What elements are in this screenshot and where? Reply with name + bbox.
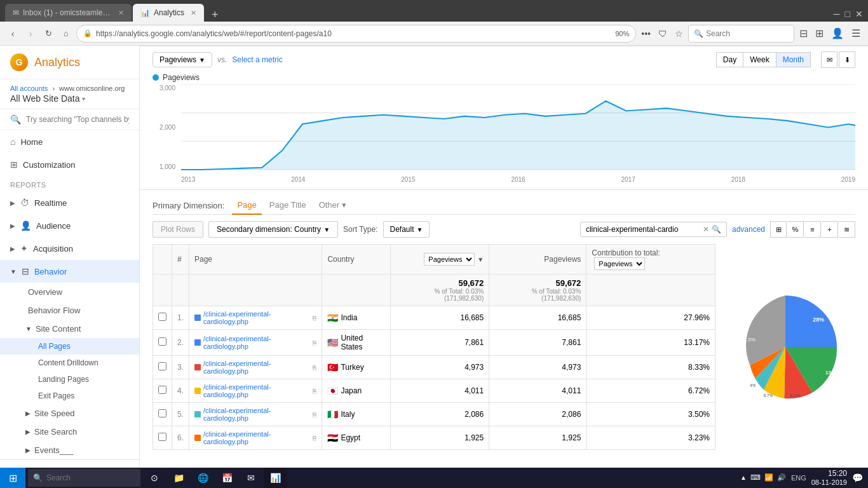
- row5-checkbox[interactable]: [158, 409, 166, 417]
- sidebar-item-realtime[interactable]: ▶ ⏱ Realtime: [0, 191, 139, 214]
- sidebar-subitem-site-speed[interactable]: ▶ Site Speed: [0, 404, 139, 423]
- browser-more-btn[interactable]: •••: [639, 29, 653, 39]
- sidebar-subitem-all-pages[interactable]: All Pages: [0, 338, 139, 355]
- day-button[interactable]: Day: [716, 52, 743, 67]
- row1-checkbox[interactable]: [158, 313, 166, 321]
- sidebar-subitem-site-search[interactable]: ▶ Site Search: [0, 423, 139, 441]
- month-button[interactable]: Month: [776, 52, 811, 67]
- pivot-view-btn[interactable]: +: [822, 221, 838, 238]
- taskbar-icon-browser[interactable]: 🌐: [191, 468, 214, 488]
- taskbar-notification-icon[interactable]: 💬: [852, 473, 863, 483]
- advanced-link[interactable]: advanced: [732, 225, 765, 234]
- url-bar[interactable]: 🔒 https://analytics.google.com/analytics…: [76, 25, 636, 43]
- reader-icon[interactable]: 🛡: [656, 29, 670, 39]
- back-button[interactable]: ‹: [5, 26, 20, 41]
- bookmarks-icon[interactable]: ⊟: [797, 27, 810, 39]
- tab-inbox[interactable]: ✉ Inbox (1) - omicsteamleads2@ ✕: [5, 4, 132, 22]
- property-selector[interactable]: All Web Site Data ▾: [10, 93, 129, 104]
- taskbar-search-input[interactable]: [46, 473, 135, 482]
- row4-checkbox[interactable]: [158, 386, 166, 394]
- dim-tab-page-title[interactable]: Page Title: [264, 196, 311, 215]
- sidebar-item-home[interactable]: ⌂ Home: [0, 130, 139, 153]
- contribution-select[interactable]: Pageviews: [594, 257, 645, 270]
- start-button[interactable]: ⊞: [0, 468, 25, 488]
- sidebar-subitem-content-drilldown[interactable]: Content Drilldown: [0, 355, 139, 371]
- ga-search-container[interactable]: 🔍: [0, 109, 139, 130]
- page-link-icon-2[interactable]: ⎘: [313, 339, 316, 346]
- page-link-1[interactable]: /clinical-experimental-cardiology.php: [203, 310, 310, 325]
- new-tab-button[interactable]: +: [208, 8, 222, 22]
- maximize-button[interactable]: □: [845, 9, 850, 19]
- all-accounts-link[interactable]: All accounts: [10, 85, 48, 92]
- percent-view-btn[interactable]: %: [787, 221, 804, 238]
- search-filter-clear-icon[interactable]: ✕: [703, 225, 709, 234]
- minimize-button[interactable]: ─: [834, 9, 840, 19]
- row2-checkbox[interactable]: [158, 337, 166, 346]
- ga-search-input[interactable]: [26, 115, 129, 124]
- sidebar-subitem-behavior-flow[interactable]: Behavior Flow: [0, 301, 139, 320]
- select-metric-link[interactable]: Select a metric: [232, 55, 282, 64]
- taskbar-icon-file[interactable]: 📁: [167, 468, 190, 488]
- taskbar-icon-excel[interactable]: 📊: [264, 468, 287, 488]
- download-chart-btn[interactable]: ⬇: [839, 51, 855, 68]
- browser-search-bar[interactable]: 🔍: [688, 25, 794, 43]
- plot-rows-btn[interactable]: Plot Rows: [153, 221, 203, 238]
- home-button[interactable]: ⌂: [58, 26, 74, 41]
- forward-button[interactable]: ›: [23, 26, 38, 41]
- page-link-6[interactable]: /clinical-experimental-cardiology.php: [203, 430, 310, 445]
- email-chart-btn[interactable]: ✉: [821, 51, 837, 68]
- page-link-4[interactable]: /clinical-experimental-cardiology.php: [203, 383, 310, 398]
- sort-type-btn[interactable]: Default ▼: [383, 221, 430, 238]
- sidebar-subitem-overview[interactable]: Overview: [0, 283, 139, 301]
- search-filter-input[interactable]: [586, 225, 700, 234]
- close-button[interactable]: ✕: [855, 9, 863, 19]
- taskbar-icon-cortana[interactable]: ⊙: [143, 468, 166, 488]
- sidebar-subitem-exit-pages[interactable]: Exit Pages: [0, 388, 139, 404]
- page-link-3[interactable]: /clinical-experimental-cardiology.php: [203, 360, 310, 375]
- search-filter-box[interactable]: ✕ 🔍: [580, 222, 727, 237]
- page-link-icon-3[interactable]: ⎘: [313, 364, 316, 371]
- extensions-icon[interactable]: ⊞: [813, 27, 826, 39]
- sidebar-subitem-events[interactable]: ▶ Events___: [0, 441, 139, 459]
- browser-search-input[interactable]: [706, 29, 789, 38]
- pageviews-metric-select[interactable]: Pageviews: [424, 253, 475, 266]
- col-page[interactable]: Page: [189, 245, 322, 274]
- tab-analytics[interactable]: 📊 Analytics ✕: [133, 4, 204, 22]
- bookmark-icon[interactable]: ☆: [672, 29, 686, 39]
- secondary-dimension-btn[interactable]: Secondary dimension: Country ▼: [208, 221, 338, 238]
- page-link-icon-6[interactable]: ⎘: [313, 435, 316, 442]
- sidebar-item-audience[interactable]: ▶ 👤 Audience: [0, 214, 139, 237]
- tab-analytics-close[interactable]: ✕: [191, 9, 196, 17]
- account-icon[interactable]: 👤: [829, 27, 846, 39]
- page-link-icon-1[interactable]: ⎘: [313, 315, 316, 322]
- sidebar-item-acquisition[interactable]: ▶ ✦ Acquisition: [0, 237, 139, 260]
- compare-view-btn[interactable]: ≡: [804, 221, 821, 238]
- sidebar-subitem-landing-pages[interactable]: Landing Pages: [0, 371, 139, 388]
- taskbar-icon-calendar[interactable]: 📅: [215, 468, 238, 488]
- grid-view-btn[interactable]: ⊞: [770, 221, 787, 238]
- dim-tab-page[interactable]: Page: [232, 196, 261, 215]
- sparkline-view-btn[interactable]: ≋: [839, 221, 855, 238]
- menu-icon[interactable]: ☰: [849, 27, 863, 39]
- sidebar-subitem-site-content[interactable]: ▼ Site Content: [0, 320, 139, 338]
- page-link-2[interactable]: /clinical-experimental-cardiology.php: [203, 335, 310, 350]
- row3-checkbox[interactable]: [158, 362, 166, 370]
- taskbar-arrow-icon[interactable]: ▲: [740, 474, 747, 481]
- page-link-5[interactable]: /clinical-experimental-cardiology.php: [203, 407, 310, 422]
- metric-selector-btn[interactable]: Pageviews ▼: [153, 52, 212, 67]
- taskbar-icon-mail[interactable]: ✉: [240, 468, 262, 488]
- pie-chart: 28% 13.2% 8.3% 6.7% 4% 27.5%: [728, 290, 843, 404]
- row6-checkbox[interactable]: [158, 433, 166, 441]
- tab-inbox-close[interactable]: ✕: [118, 9, 124, 17]
- page-link-icon-5[interactable]: ⎘: [313, 411, 316, 418]
- sidebar-item-customization[interactable]: ⊞ Customization: [0, 153, 139, 176]
- taskbar-search[interactable]: 🔍: [28, 469, 140, 487]
- refresh-button[interactable]: ↻: [41, 26, 56, 41]
- dim-tab-other[interactable]: Other ▾: [314, 196, 351, 215]
- search-filter-icon[interactable]: 🔍: [712, 225, 721, 234]
- sidebar-item-attribution[interactable]: ⊛ Attribution BETA: [0, 460, 139, 468]
- week-button[interactable]: Week: [743, 52, 776, 67]
- page-link-icon-4[interactable]: ⎘: [313, 388, 316, 395]
- sidebar-item-behavior[interactable]: ▼ ⊟ Behavior: [0, 260, 139, 283]
- col-pageviews-sort[interactable]: Pageviews ▼: [390, 245, 489, 274]
